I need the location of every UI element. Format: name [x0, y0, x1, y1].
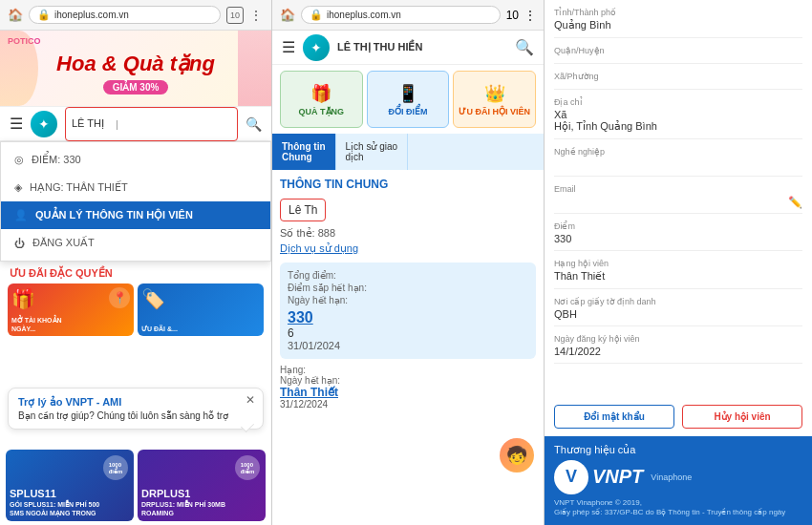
legal-text: Giấy phép số: 337/GP-BC do Bộ Thông tin … — [554, 507, 802, 517]
expire-date-row: Ngày hết hạn: — [288, 295, 528, 305]
expire-date-value: 31/01/2024 — [288, 340, 528, 351]
bottom-banner-text-2: DRPLUS1 DRPLUS1: MIỄN PHÍ 30MBROAMING — [141, 487, 225, 517]
tab-gift-label: QUÀ TẶNG — [299, 107, 345, 116]
menu-dots-1[interactable]: ⋮ — [249, 8, 264, 23]
search-box-1[interactable]: LÊ THỊ | — [65, 107, 238, 141]
vnpt-footer: Thương hiệu của V VNPT Vinaphone VNPT Vi… — [545, 436, 812, 525]
action-buttons: Đổi mật khẩu Hủy hội viên — [545, 397, 812, 436]
rank-expire-label: Ngày hết hạn: — [280, 375, 536, 386]
expire-points-value: 6 — [288, 326, 528, 340]
promo-banner-1: POTICO Hoa & Quà tặng GIẢM 30% — [0, 31, 271, 107]
promo-banner-uu-dai[interactable]: 🎁 📍 MỞ TÀI KHOẢNNGÀY... — [8, 284, 134, 336]
vnpt-logo: V VNPT Vinaphone — [554, 460, 802, 494]
field-membership-rank: Hạng hội viên Thân Thiết — [554, 259, 802, 289]
field-points: Điểm 330 — [554, 221, 802, 251]
points-info-card: Tổng điểm: Điểm sắp hết hạn: Ngày hết hạ… — [280, 262, 536, 359]
user-name-nav: LÊ THỊ THU HIỀN — [337, 41, 507, 53]
chat-text: Bạn cần trợ giúp? Chúng tôi luôn sẵn sàn… — [18, 410, 253, 421]
vnpt-v-icon: V — [554, 460, 588, 494]
url-text-1: ihoneplus.com.vn — [54, 10, 129, 20]
dropdown-rank: ◈ HẠNG: THÂN THIẾT — [1, 174, 270, 201]
member-nav-info[interactable]: Thông tinChung — [272, 134, 336, 170]
browser-bar-1: 🏠 🔒 ihoneplus.com.vn 10 ⋮ — [0, 0, 271, 31]
browser-bar-2: 🏠 🔒 ihoneplus.com.vn 10 ⋮ — [272, 0, 544, 31]
total-points-row: Tổng điểm: — [288, 270, 528, 281]
tab-count-1[interactable]: 10 — [226, 7, 244, 24]
gift-icon: 🎁 — [310, 83, 331, 104]
chat-close-icon[interactable]: ✕ — [246, 393, 255, 407]
field-register-date: Ngày đăng ký hội viên 14/1/2022 — [554, 334, 802, 364]
chat-bubble: Trợ lý ảo VNPT - AMI Bạn cần trợ giúp? C… — [8, 388, 264, 430]
nav-bar-1: ☰ ✦ LÊ THỊ | 🔍 — [0, 107, 271, 141]
change-password-button[interactable]: Đổi mật khẩu — [554, 405, 674, 429]
search-icon-1[interactable]: 🔍 — [246, 116, 262, 132]
panel-1: 🏠 🔒 ihoneplus.com.vn 10 ⋮ POTICO Hoa & Q… — [0, 0, 272, 525]
dropdown-manage[interactable]: 👤 QUẢN LÝ THÔNG TIN HỘI VIÊN — [1, 201, 270, 229]
product-tabs: 🎁 QUÀ TẶNG 📱 ĐỔI ĐIỂM 👑 ƯU ĐÃI HỘI VIÊN — [272, 65, 544, 134]
bottom-banner-splus[interactable]: 1000điểm SPLUS11 GÓI SPLUS11: MIỄN PHÍ 5… — [6, 450, 134, 521]
member-nav-history[interactable]: Lịch sử giaodịch — [336, 134, 409, 170]
total-points-value[interactable]: 330 — [288, 309, 528, 326]
brand-logo-1: ✦ — [31, 111, 57, 137]
panel-2: 🏠 🔒 ihoneplus.com.vn 10 ⋮ ☰ ✦ LÊ THỊ THU… — [272, 0, 545, 525]
member-content: THÔNG TIN CHUNG Lê Th Số thẻ: 888 Dịch v… — [272, 170, 544, 417]
banner-main-text: Hoa & Quà tặng — [56, 52, 215, 76]
member-name-value: Lê Th — [288, 203, 317, 217]
banner-discount: GIẢM 30% — [103, 80, 169, 94]
bottom-banner-text-1: SPLUS11 GÓI SPLUS11: MIỄN PHÍ 500SMS NGO… — [10, 487, 99, 517]
field-occupation: Nghề nghiệp — [554, 147, 802, 177]
promo-text-2: ƯU ĐÃI &... — [141, 326, 178, 333]
rank-expire-date: 31/12/2024 — [280, 399, 536, 410]
promo-location-icon: 📍 — [109, 287, 130, 308]
member-nav: Thông tinChung Lịch sử giaodịch — [272, 134, 544, 170]
chat-title: Trợ lý ảo VNPT - AMI — [18, 396, 253, 409]
nav-bar-2: ☰ ✦ LÊ THỊ THU HIỀN 🔍 — [272, 31, 544, 65]
search-icon-2[interactable]: 🔍 — [515, 38, 534, 56]
tab-gift[interactable]: 🎁 QUÀ TẶNG — [280, 71, 363, 128]
shield-icon-2: 🔒 — [310, 9, 323, 21]
brand-logo-2: ✦ — [303, 34, 330, 61]
points-badge-2: 1000điểm — [235, 455, 260, 480]
promo-text-1: MỞ TÀI KHOẢNNGÀY... — [11, 317, 62, 333]
points-badge-1: 1000điểm — [103, 455, 128, 480]
benefit-icon: 👑 — [484, 83, 505, 104]
exchange-icon: 📱 — [397, 83, 418, 104]
search-value-1: LÊ THỊ — [72, 117, 104, 130]
tab-count-2[interactable]: 10 — [506, 9, 519, 22]
cancel-membership-button[interactable]: Hủy hội viên — [682, 405, 802, 429]
footer-title: Thương hiệu của — [554, 444, 802, 456]
tab-benefit-label: ƯU ĐÃI HỘI VIÊN — [459, 107, 530, 116]
member-name-field[interactable]: Lê Th — [280, 199, 326, 221]
hamburger-menu-1[interactable]: ☰ — [10, 115, 23, 133]
field-province: Tỉnh/Thành phố Quảng Bình — [554, 8, 802, 38]
field-district: Quận/Huyện — [554, 46, 802, 64]
field-address: Địa chỉ XãHội, Tỉnh Quảng Bình — [554, 97, 802, 139]
phone-number: Số thẻ: 888 — [280, 227, 536, 240]
bottom-banner-drplus[interactable]: 1000điểm DRPLUS1 DRPLUS1: MIỄN PHÍ 30MBR… — [138, 450, 266, 521]
shield-icon: 🔒 — [37, 9, 51, 21]
url-box-2[interactable]: 🔒 ihoneplus.com.vn — [301, 6, 501, 24]
vina-text: Vinaphone — [651, 472, 692, 482]
rank-value[interactable]: Thân Thiết — [280, 386, 536, 399]
home-icon: 🏠 — [8, 8, 23, 22]
copyright-text: VNPT Vinaphone © 2019, — [554, 498, 802, 507]
url-text-2: ihoneplus.com.vn — [327, 10, 401, 20]
tab-exchange-label: ĐỔI ĐIỂM — [389, 107, 428, 116]
menu-dots-2[interactable]: ⋮ — [524, 9, 536, 22]
home-icon-2: 🏠 — [280, 8, 295, 22]
tab-benefit[interactable]: 👑 ƯU ĐÃI HỘI VIÊN — [453, 71, 536, 128]
url-box-1[interactable]: 🔒 ihoneplus.com.vn — [29, 6, 221, 24]
edit-email-icon[interactable]: ✏️ — [788, 196, 802, 209]
service-link[interactable]: Dịch vụ sử dụng — [280, 242, 536, 255]
dropdown-logout[interactable]: ⏻ ĐĂNG XUẤT — [1, 229, 270, 257]
rank-section: Hạng: Ngày hết hạn: Thân Thiết 31/12/202… — [280, 365, 536, 410]
user-avatar: 🧒 — [500, 438, 534, 472]
tab-exchange[interactable]: 📱 ĐỔI ĐIỂM — [367, 71, 450, 128]
promo-banner-uu-dai-2[interactable]: 🏷️ ƯU ĐÃI &... — [138, 284, 264, 336]
bottom-banners: 1000điểm SPLUS11 GÓI SPLUS11: MIỄN PHÍ 5… — [0, 446, 271, 525]
dropdown-points: ◎ ĐIỂM: 330 — [1, 146, 270, 174]
field-id-issuer: Nơi cấp giấy tờ định danh QBH — [554, 297, 802, 326]
profile-fields: Tỉnh/Thành phố Quảng Bình Quận/Huyện Xã/… — [545, 0, 812, 397]
dropdown-menu: ◎ ĐIỂM: 330 ◈ HẠNG: THÂN THIẾT 👤 QUẢN LÝ… — [0, 141, 271, 262]
hamburger-menu-2[interactable]: ☰ — [282, 38, 295, 56]
